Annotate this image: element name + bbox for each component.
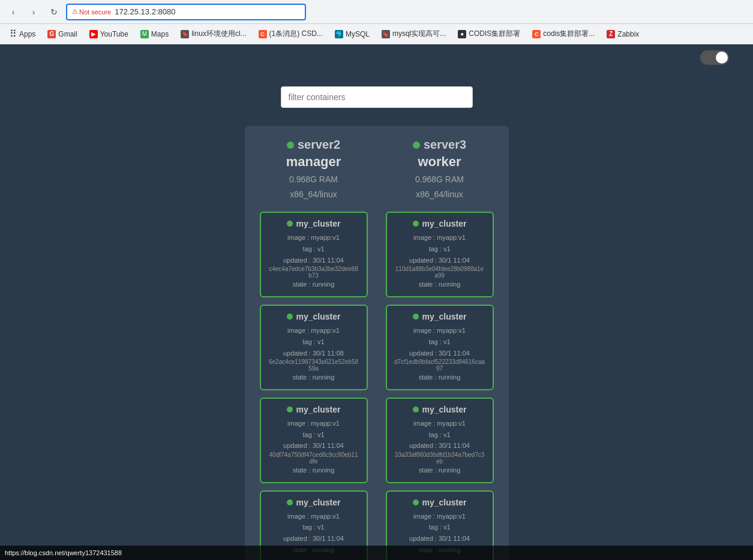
s3-container1-tag: tag : v1 bbox=[394, 243, 485, 255]
s3-container1-state: state : running bbox=[394, 279, 485, 290]
s3-container3-updated: updated : 30/1 11:04 bbox=[394, 440, 485, 451]
container2-status-dot bbox=[287, 314, 293, 320]
server2-title: server2 bbox=[298, 138, 340, 152]
codis-label: CODIS集群部署 bbox=[469, 29, 520, 39]
codis2-icon: C bbox=[532, 30, 541, 38]
server2-name-row: server2 bbox=[286, 138, 341, 152]
tooltip-url: https://blog.csdn.net/qwerty1372431588 bbox=[5, 549, 122, 556]
s3-container3-status-dot bbox=[413, 407, 419, 413]
page-content: server2 manager 0.968G RAM x86_64/linux … bbox=[0, 44, 753, 560]
container1-image: image : myapp:v1 bbox=[268, 232, 359, 243]
bookmark-mysql[interactable]: 🐬 MySQL bbox=[330, 28, 374, 40]
apps-label: Apps bbox=[19, 30, 35, 38]
server3-container-2[interactable]: my_cluster image : myapp:v1 tag : v1 upd… bbox=[386, 305, 494, 390]
server3-arch: x86_64/linux bbox=[413, 187, 466, 202]
container4-cluster-name: my_cluster bbox=[296, 498, 341, 507]
container2-updated: updated : 30/1 11:08 bbox=[268, 348, 359, 359]
server3-container1-name-row: my_cluster bbox=[394, 219, 485, 228]
youtube-icon: ▶ bbox=[89, 30, 98, 38]
container2-cluster-name: my_cluster bbox=[296, 312, 341, 321]
server3-role: worker bbox=[413, 154, 466, 170]
s3-container2-updated: updated : 30/1 11:04 bbox=[394, 348, 485, 359]
container1-hash: c4ec4a7edce7b3b3a3be32dee88b73 bbox=[268, 266, 359, 279]
server3-header: server3 worker 0.968G RAM x86_64/linux bbox=[413, 138, 466, 202]
bookmark-zabbix[interactable]: Z Zabbix bbox=[602, 28, 644, 40]
server3-container-1[interactable]: my_cluster image : myapp:v1 tag : v1 upd… bbox=[386, 212, 494, 297]
s3-container4-cluster-name: my_cluster bbox=[422, 498, 467, 507]
bookmark-apps[interactable]: ⠿ Apps bbox=[5, 26, 40, 41]
toggle-switch[interactable] bbox=[700, 50, 729, 65]
status-tooltip: https://blog.csdn.net/qwerty1372431588 bbox=[0, 546, 753, 560]
apps-icon: ⠿ bbox=[10, 28, 17, 40]
server2-container1-name-row: my_cluster bbox=[268, 219, 359, 228]
zabbix-label: Zabbix bbox=[617, 30, 639, 38]
container2-image: image : myapp:v1 bbox=[268, 325, 359, 336]
container3-cluster-name: my_cluster bbox=[296, 405, 341, 414]
server3-container-3[interactable]: my_cluster image : myapp:v1 tag : v1 upd… bbox=[386, 398, 494, 483]
codis-icon: ● bbox=[458, 30, 466, 38]
container2-tag: tag : v1 bbox=[268, 336, 359, 348]
s3-container2-image: image : myapp:v1 bbox=[394, 325, 485, 336]
s3-container3-hash: 33a33af860d3bdfd1b34a7bed7c3eb bbox=[394, 451, 485, 465]
bookmark-gmail[interactable]: G Gmail bbox=[43, 28, 82, 40]
server2-container3-name-row: my_cluster bbox=[268, 405, 359, 414]
forward-button[interactable]: › bbox=[25, 4, 42, 20]
s3-container3-tag: tag : v1 bbox=[394, 429, 485, 441]
zabbix-icon: Z bbox=[607, 30, 615, 38]
server2-container2-name-row: my_cluster bbox=[268, 312, 359, 321]
container1-status-dot bbox=[287, 221, 293, 227]
address-bar[interactable]: ⚠ Not secure 172.25.13.2:8080 bbox=[66, 4, 306, 20]
servers-wrapper: server2 manager 0.968G RAM x86_64/linux … bbox=[12, 126, 741, 560]
bookmark-linux[interactable]: 🔖 linux环境使用cl... bbox=[176, 27, 251, 41]
s3-container2-tag: tag : v1 bbox=[394, 336, 485, 348]
bookmark-codis[interactable]: ● CODIS集群部署 bbox=[453, 27, 525, 41]
server3-title: server3 bbox=[424, 138, 466, 152]
server2-ram: 0.968G RAM bbox=[286, 172, 341, 187]
mysql2-label: mysql实现高可... bbox=[392, 29, 446, 39]
container1-state: state : running bbox=[268, 279, 359, 290]
s3-container4-updated: updated : 30/1 11:04 bbox=[394, 533, 485, 544]
container1-cluster-name: my_cluster bbox=[296, 219, 341, 228]
filter-input[interactable] bbox=[281, 86, 473, 108]
s3-container1-hash: 110d1a88b3e04fdee28b0988a1ea99 bbox=[394, 266, 485, 279]
s3-container2-state: state : running bbox=[394, 372, 485, 383]
toggle-area bbox=[700, 50, 729, 65]
bookmark-maps[interactable]: M Maps bbox=[136, 28, 173, 40]
server2-container-3[interactable]: my_cluster image : myapp:v1 tag : v1 upd… bbox=[260, 398, 368, 483]
linux-label: linux环境使用cl... bbox=[191, 29, 246, 39]
s3-container1-cluster-name: my_cluster bbox=[422, 219, 467, 228]
server3-container2-name-row: my_cluster bbox=[394, 312, 485, 321]
security-indicator: ⚠ Not secure bbox=[72, 8, 111, 16]
server3-container4-name-row: my_cluster bbox=[394, 498, 485, 507]
container3-image: image : myapp:v1 bbox=[268, 418, 359, 429]
bookmark-youtube[interactable]: ▶ YouTube bbox=[85, 28, 133, 40]
server2-arch: x86_64/linux bbox=[286, 187, 341, 202]
s3-container1-status-dot bbox=[413, 221, 419, 227]
container4-status-dot bbox=[287, 499, 293, 505]
s3-container3-image: image : myapp:v1 bbox=[394, 418, 485, 429]
s3-container4-tag: tag : v1 bbox=[394, 522, 485, 533]
bookmark-codis2[interactable]: C codis集群部署... bbox=[527, 27, 599, 41]
not-secure-label: Not secure bbox=[79, 8, 111, 16]
maps-label: Maps bbox=[151, 30, 169, 38]
reload-button[interactable]: ↻ bbox=[46, 4, 62, 20]
gmail-icon: G bbox=[47, 30, 56, 38]
back-button[interactable]: ‹ bbox=[5, 4, 22, 20]
bookmark-mysql2[interactable]: 🔖 mysql实现高可... bbox=[377, 27, 451, 41]
s3-container2-status-dot bbox=[413, 314, 419, 320]
container4-image: image : myapp:v1 bbox=[268, 511, 359, 522]
server2-container-1[interactable]: my_cluster image : myapp:v1 tag : v1 upd… bbox=[260, 212, 368, 297]
gmail-label: Gmail bbox=[58, 30, 77, 38]
s3-container2-cluster-name: my_cluster bbox=[422, 312, 467, 321]
container4-tag: tag : v1 bbox=[268, 522, 359, 533]
server2-container-2[interactable]: my_cluster image : myapp:v1 tag : v1 upd… bbox=[260, 305, 368, 390]
s3-container4-status-dot bbox=[413, 499, 419, 505]
container2-state: state : running bbox=[268, 372, 359, 383]
container3-hash: 40df74a750df47ced8c9cc80eb11dfe bbox=[268, 451, 359, 465]
server-column-server3: server3 worker 0.968G RAM x86_64/linux m… bbox=[383, 138, 497, 560]
s3-container1-image: image : myapp:v1 bbox=[394, 232, 485, 243]
mysql-label: MySQL bbox=[346, 30, 370, 38]
bookmark-csdn[interactable]: C (1条消息) CSD... bbox=[254, 27, 328, 41]
server3-status-dot bbox=[413, 141, 420, 149]
linux-icon: 🔖 bbox=[181, 30, 189, 38]
